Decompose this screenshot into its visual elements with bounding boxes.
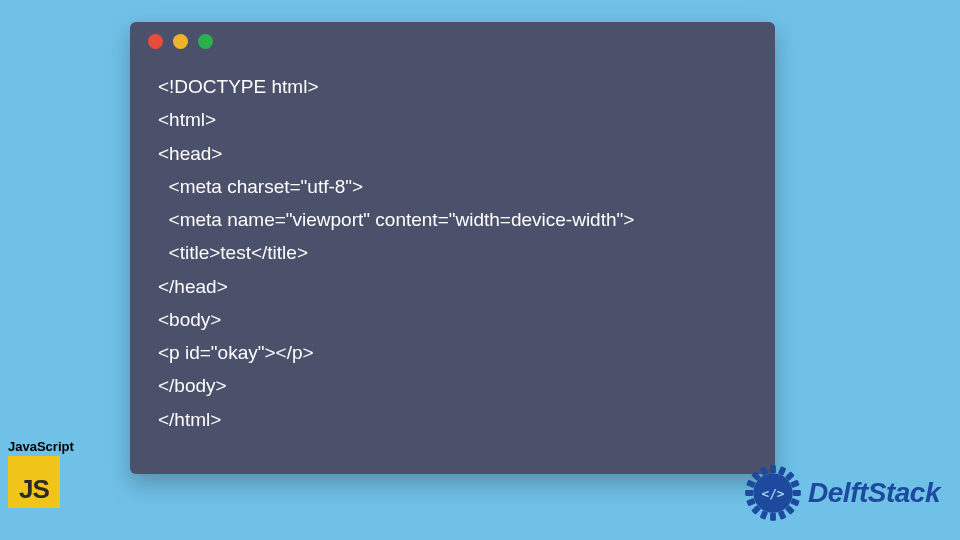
delftstack-brand: </> DelftStack [744,464,940,522]
code-content: <!DOCTYPE html> <html> <head> <meta char… [130,60,775,456]
javascript-badge: JavaScript JS [8,439,74,508]
svg-text:</>: </> [762,486,785,501]
code-window: <!DOCTYPE html> <html> <head> <meta char… [130,22,775,474]
minimize-icon[interactable] [173,34,188,49]
svg-rect-1 [770,465,776,473]
js-label: JavaScript [8,439,74,454]
js-logo-icon: JS [8,456,60,508]
svg-rect-4 [793,490,801,496]
gear-icon: </> [744,464,802,522]
close-icon[interactable] [148,34,163,49]
brand-name: DelftStack [808,477,940,509]
window-titlebar [130,22,775,60]
svg-rect-2 [770,513,776,521]
maximize-icon[interactable] [198,34,213,49]
svg-rect-3 [745,490,753,496]
js-logo-text: JS [19,474,49,505]
